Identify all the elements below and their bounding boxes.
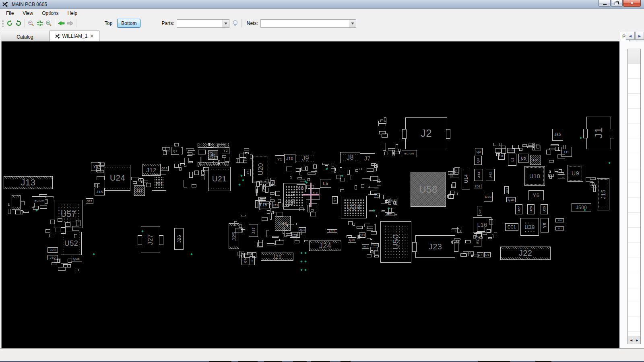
pcb-component-Q2[interactable]: Q2 bbox=[475, 148, 483, 155]
pcb-component-U10[interactable]: U10 bbox=[524, 166, 545, 186]
pcb-component-J24[interactable]: J24 bbox=[309, 241, 341, 251]
pcb-component-J29[interactable]: J29 bbox=[261, 253, 293, 261]
titlebar[interactable]: MAIN PCB 0605 ✕ bbox=[0, 0, 644, 9]
pcb-component-J7[interactable]: J7 bbox=[360, 153, 375, 163]
pcb-component-Y9[interactable]: Y9 bbox=[541, 218, 549, 232]
nets-combobox[interactable] bbox=[260, 19, 356, 28]
zoom-out-button[interactable] bbox=[27, 19, 35, 28]
pcb-component-Y2[interactable]: Y2 bbox=[222, 147, 229, 154]
pcb-component-U27[interactable]: U27 bbox=[515, 204, 522, 214]
pcb-component-Q15[interactable]: Q15 bbox=[506, 197, 516, 202]
top-toggle[interactable]: Top bbox=[101, 19, 116, 27]
pcb-component-J12[interactable]: J12 bbox=[142, 164, 161, 176]
pcb-component-U25[interactable]: U25 bbox=[541, 204, 548, 214]
pcb-component-U23[interactable]: U23 bbox=[152, 175, 166, 191]
pcb-component-Y7[interactable]: Y7 bbox=[332, 196, 338, 204]
menu-options[interactable]: Options bbox=[37, 9, 63, 17]
pcb-component-U50[interactable]: U50 bbox=[380, 221, 411, 263]
tab-scroll-right-button[interactable]: ► bbox=[635, 32, 644, 40]
pcb-component-J13[interactable]: J13 bbox=[4, 176, 53, 189]
pcb-component-Y6[interactable]: Y6 bbox=[528, 190, 544, 200]
pcb-component-U52[interactable]: U52 bbox=[61, 232, 82, 255]
pcb-component-J23[interactable]: J23 bbox=[415, 235, 455, 258]
pcb-component-U28[interactable]: U28 bbox=[484, 192, 493, 202]
pcb-component-U9[interactable]: U9 bbox=[568, 165, 583, 182]
pcb-component-Q22[interactable]: Q22 bbox=[86, 198, 93, 204]
pcb-component-Q16[interactable]: Q16 bbox=[504, 186, 509, 194]
pcb-component-L5[interactable]: L5 bbox=[320, 179, 331, 188]
lamp-icon[interactable] bbox=[231, 19, 240, 28]
pcb-component-U43[interactable]: U43 bbox=[474, 169, 483, 181]
pcb-component-J50[interactable]: J50 bbox=[552, 129, 563, 141]
pcb-component-U86[interactable]: U86 bbox=[272, 202, 279, 208]
minimize-button[interactable] bbox=[599, 0, 611, 7]
pcb-component-Y1[interactable]: Y1 bbox=[275, 155, 285, 163]
pcb-component-R528[interactable]: R528 bbox=[327, 229, 337, 233]
pcb-component-Q7[interactable]: Q7 bbox=[171, 147, 179, 155]
pcb-component-U39[interactable]: U39 bbox=[520, 218, 539, 236]
pcb-component-J17[interactable]: J17 bbox=[134, 185, 145, 196]
pcb-component-Q13[interactable]: Q13 bbox=[160, 166, 169, 171]
close-button[interactable]: ✕ bbox=[623, 0, 641, 7]
pcb-component-EC1[interactable]: EC1 bbox=[505, 223, 518, 231]
pcb-component-J1[interactable]: J1 bbox=[586, 117, 611, 149]
pcb-component-J22[interactable]: J22 bbox=[500, 247, 551, 260]
toolbar-grip[interactable] bbox=[2, 20, 4, 27]
pcb-component-J20[interactable]: J20 bbox=[555, 218, 564, 222]
tab-board[interactable]: WILLIAM_1 ✕ bbox=[50, 31, 99, 41]
nets-dropdown-arrow[interactable] bbox=[349, 20, 356, 27]
parts-combobox[interactable] bbox=[177, 19, 229, 28]
parts-dropdown-arrow[interactable] bbox=[222, 20, 229, 27]
pcb-component-U26[interactable]: U26 bbox=[527, 204, 535, 214]
pager-left-icon[interactable]: ◄ bbox=[630, 338, 633, 342]
pcb-component-ZD1[interactable]: ZD1 bbox=[474, 184, 481, 189]
rotate-ccw-button[interactable] bbox=[5, 19, 14, 28]
pcb-component-U58[interactable]: U58 bbox=[411, 172, 446, 207]
pcb-component-J27[interactable]: J27 bbox=[141, 226, 160, 253]
pcb-component-J47[interactable]: J47 bbox=[249, 224, 258, 237]
pcb-component-BC3006[interactable]: BC3006 bbox=[402, 150, 417, 157]
side-list-pager[interactable]: ◄ ► bbox=[628, 336, 640, 344]
menu-file[interactable]: File bbox=[2, 9, 18, 17]
rotate-cw-button[interactable] bbox=[14, 19, 23, 28]
pcb-component-D6[interactable]: D6 bbox=[484, 252, 491, 257]
pcb-component-J21[interactable]: J21 bbox=[555, 226, 564, 230]
pager-right-icon[interactable]: ► bbox=[635, 338, 639, 342]
pcb-component-J28[interactable]: J28 bbox=[47, 247, 58, 253]
restore-button[interactable] bbox=[611, 0, 623, 7]
zoom-fit-button[interactable] bbox=[35, 19, 44, 28]
menu-view[interactable]: View bbox=[18, 9, 37, 17]
pcb-component-J9[interactable]: J9 bbox=[296, 153, 315, 164]
pcb-component-J26[interactable]: J26 bbox=[174, 228, 184, 250]
pcb-component-U2[interactable]: U2 bbox=[530, 155, 541, 165]
pcb-component-Q24[interactable]: Q24 bbox=[477, 206, 482, 216]
pcb-component-U14[interactable]: U14 bbox=[462, 168, 470, 189]
pcb-component-U3[interactable]: U3 bbox=[518, 154, 528, 163]
pcb-component-J10[interactable]: J10 bbox=[284, 154, 295, 163]
pcb-component-U24[interactable]: U24 bbox=[105, 165, 130, 191]
pcb-component-L1[interactable]: L1 bbox=[508, 154, 516, 166]
bottom-toggle[interactable]: Bottom bbox=[117, 19, 140, 28]
pcb-component-Y4[interactable]: Y4 bbox=[244, 169, 251, 176]
zoom-in-button[interactable] bbox=[44, 19, 53, 28]
pcb-component-U21[interactable]: U21 bbox=[208, 167, 231, 191]
pcb-component-L14[interactable]: L14 bbox=[308, 188, 320, 200]
pcb-component-J25[interactable]: J25 bbox=[229, 223, 239, 249]
pcb-component-J18[interactable]: J18 bbox=[95, 188, 105, 195]
pcb-component-J500[interactable]: J500 bbox=[572, 203, 591, 212]
pcb-component-Q3[interactable]: Q3 bbox=[474, 156, 482, 165]
tab-scroll-left-button[interactable]: ◄ bbox=[626, 32, 635, 40]
nav-forward-button[interactable] bbox=[66, 19, 74, 28]
pcb-component-J8[interactable]: J8 bbox=[340, 152, 360, 163]
pcb-component-U51[interactable]: U51 bbox=[362, 244, 369, 249]
tab-catalog[interactable]: Catalog bbox=[1, 32, 49, 41]
pcb-canvas[interactable]: J13Y5BC3004U57U52J28J30Q35U24J12U23J17J1… bbox=[1, 41, 619, 348]
side-list[interactable]: ◄ ► bbox=[627, 49, 641, 344]
pcb-component-J15[interactable]: J15 bbox=[597, 178, 609, 210]
menu-help[interactable]: Help bbox=[63, 9, 82, 17]
pcb-component-U42[interactable]: U42 bbox=[486, 169, 495, 181]
tab-close-icon[interactable]: ✕ bbox=[90, 33, 94, 39]
pcb-component-Q35[interactable]: Q35 bbox=[71, 256, 82, 261]
pcb-component-J2[interactable]: J2 bbox=[405, 117, 447, 149]
nav-back-button[interactable] bbox=[57, 19, 66, 28]
